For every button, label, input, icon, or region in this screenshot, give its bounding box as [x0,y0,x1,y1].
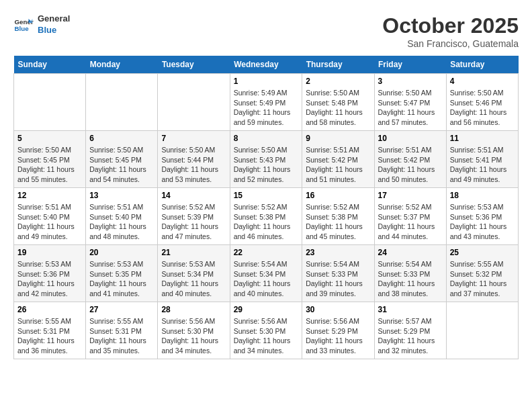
day-info: Sunrise: 5:51 AMSunset: 5:42 PMDaylight:… [306,145,370,185]
day-number: 31 [378,305,443,314]
calendar-week-row: 1Sunrise: 5:49 AMSunset: 5:49 PMDaylight… [14,74,519,131]
day-info: Sunrise: 5:57 AMSunset: 5:29 PMDaylight:… [378,316,443,356]
day-number: 19 [17,248,82,257]
weekday-header: Thursday [302,56,374,74]
day-number: 25 [450,248,515,257]
calendar-cell: 30Sunrise: 5:56 AMSunset: 5:29 PMDayligh… [302,302,374,359]
day-info: Sunrise: 5:52 AMSunset: 5:38 PMDaylight:… [306,202,370,242]
day-number: 26 [17,305,82,314]
day-number: 17 [378,191,443,200]
calendar-cell [446,302,518,359]
calendar-week-row: 5Sunrise: 5:50 AMSunset: 5:45 PMDaylight… [14,131,519,188]
weekday-header: Friday [374,56,446,74]
day-info: Sunrise: 5:55 AMSunset: 5:32 PMDaylight:… [450,259,515,299]
weekday-header-row: SundayMondayTuesdayWednesdayThursdayFrid… [14,56,519,74]
day-number: 24 [378,248,443,257]
day-number: 9 [306,134,370,143]
day-info: Sunrise: 5:55 AMSunset: 5:31 PMDaylight:… [17,316,82,356]
day-number: 13 [89,191,154,200]
weekday-header: Monday [86,56,158,74]
logo-icon: General Blue [13,15,34,35]
calendar-cell: 5Sunrise: 5:50 AMSunset: 5:45 PMDaylight… [14,131,86,188]
day-number: 20 [89,248,154,257]
calendar-cell: 1Sunrise: 5:49 AMSunset: 5:49 PMDaylight… [230,74,302,131]
day-info: Sunrise: 5:50 AMSunset: 5:45 PMDaylight:… [17,145,82,185]
weekday-header: Tuesday [158,56,230,74]
calendar-cell: 25Sunrise: 5:55 AMSunset: 5:32 PMDayligh… [446,245,518,302]
calendar-cell [86,74,158,131]
day-number: 18 [450,191,515,200]
day-info: Sunrise: 5:53 AMSunset: 5:34 PMDaylight:… [161,259,226,299]
calendar-cell: 11Sunrise: 5:51 AMSunset: 5:41 PMDayligh… [446,131,518,188]
calendar-cell [14,74,86,131]
calendar-week-row: 12Sunrise: 5:51 AMSunset: 5:40 PMDayligh… [14,188,519,245]
logo-line1: General [38,13,70,25]
day-number: 11 [450,134,515,143]
day-info: Sunrise: 5:52 AMSunset: 5:39 PMDaylight:… [161,202,226,242]
day-info: Sunrise: 5:50 AMSunset: 5:46 PMDaylight:… [450,88,515,128]
calendar-cell: 7Sunrise: 5:50 AMSunset: 5:44 PMDaylight… [158,131,230,188]
page-header: General Blue General Blue October 2025 S… [13,13,519,49]
calendar-cell: 26Sunrise: 5:55 AMSunset: 5:31 PMDayligh… [14,302,86,359]
day-number: 5 [17,134,82,143]
calendar-week-row: 19Sunrise: 5:53 AMSunset: 5:36 PMDayligh… [14,245,519,302]
day-number: 14 [161,191,226,200]
day-info: Sunrise: 5:51 AMSunset: 5:41 PMDaylight:… [450,145,515,185]
title-block: October 2025 San Francisco, Guatemala [382,13,519,49]
day-number: 16 [306,191,370,200]
calendar-cell: 20Sunrise: 5:53 AMSunset: 5:35 PMDayligh… [86,245,158,302]
calendar-cell: 6Sunrise: 5:50 AMSunset: 5:45 PMDaylight… [86,131,158,188]
day-number: 21 [161,248,226,257]
calendar-cell: 18Sunrise: 5:53 AMSunset: 5:36 PMDayligh… [446,188,518,245]
calendar-cell [158,74,230,131]
month-title: October 2025 [382,13,519,38]
calendar-cell: 29Sunrise: 5:56 AMSunset: 5:30 PMDayligh… [230,302,302,359]
svg-text:Blue: Blue [15,25,30,32]
day-number: 10 [378,134,443,143]
day-number: 2 [306,77,370,86]
day-info: Sunrise: 5:50 AMSunset: 5:48 PMDaylight:… [306,88,370,128]
day-info: Sunrise: 5:56 AMSunset: 5:30 PMDaylight:… [234,316,299,356]
day-info: Sunrise: 5:51 AMSunset: 5:40 PMDaylight:… [17,202,82,242]
day-number: 28 [161,305,226,314]
calendar-week-row: 26Sunrise: 5:55 AMSunset: 5:31 PMDayligh… [14,302,519,359]
day-info: Sunrise: 5:54 AMSunset: 5:33 PMDaylight:… [378,259,443,299]
calendar-cell: 13Sunrise: 5:51 AMSunset: 5:40 PMDayligh… [86,188,158,245]
calendar-cell: 4Sunrise: 5:50 AMSunset: 5:46 PMDaylight… [446,74,518,131]
weekday-header: Sunday [14,56,86,74]
day-info: Sunrise: 5:53 AMSunset: 5:36 PMDaylight:… [17,259,82,299]
day-number: 22 [234,248,299,257]
day-info: Sunrise: 5:50 AMSunset: 5:44 PMDaylight:… [161,145,226,185]
calendar-cell: 19Sunrise: 5:53 AMSunset: 5:36 PMDayligh… [14,245,86,302]
day-number: 8 [234,134,299,143]
day-number: 3 [378,77,443,86]
logo: General Blue General Blue [13,13,70,36]
weekday-header: Wednesday [230,56,302,74]
calendar: SundayMondayTuesdayWednesdayThursdayFrid… [13,56,519,359]
day-info: Sunrise: 5:51 AMSunset: 5:42 PMDaylight:… [378,145,443,185]
calendar-cell: 28Sunrise: 5:56 AMSunset: 5:30 PMDayligh… [158,302,230,359]
day-info: Sunrise: 5:54 AMSunset: 5:34 PMDaylight:… [234,259,299,299]
day-info: Sunrise: 5:51 AMSunset: 5:40 PMDaylight:… [89,202,154,242]
day-info: Sunrise: 5:53 AMSunset: 5:35 PMDaylight:… [89,259,154,299]
day-number: 6 [89,134,154,143]
calendar-cell: 12Sunrise: 5:51 AMSunset: 5:40 PMDayligh… [14,188,86,245]
location: San Francisco, Guatemala [382,38,519,49]
day-info: Sunrise: 5:56 AMSunset: 5:29 PMDaylight:… [306,316,370,356]
calendar-cell: 27Sunrise: 5:55 AMSunset: 5:31 PMDayligh… [86,302,158,359]
day-info: Sunrise: 5:54 AMSunset: 5:33 PMDaylight:… [306,259,370,299]
day-number: 15 [234,191,299,200]
weekday-header: Saturday [446,56,518,74]
day-number: 29 [234,305,299,314]
day-number: 23 [306,248,370,257]
calendar-cell: 9Sunrise: 5:51 AMSunset: 5:42 PMDaylight… [302,131,374,188]
day-info: Sunrise: 5:53 AMSunset: 5:36 PMDaylight:… [450,202,515,242]
calendar-cell: 21Sunrise: 5:53 AMSunset: 5:34 PMDayligh… [158,245,230,302]
calendar-cell: 10Sunrise: 5:51 AMSunset: 5:42 PMDayligh… [374,131,446,188]
day-info: Sunrise: 5:50 AMSunset: 5:45 PMDaylight:… [89,145,154,185]
calendar-cell: 3Sunrise: 5:50 AMSunset: 5:47 PMDaylight… [374,74,446,131]
calendar-cell: 31Sunrise: 5:57 AMSunset: 5:29 PMDayligh… [374,302,446,359]
day-number: 4 [450,77,515,86]
day-number: 30 [306,305,370,314]
day-info: Sunrise: 5:49 AMSunset: 5:49 PMDaylight:… [234,88,299,128]
